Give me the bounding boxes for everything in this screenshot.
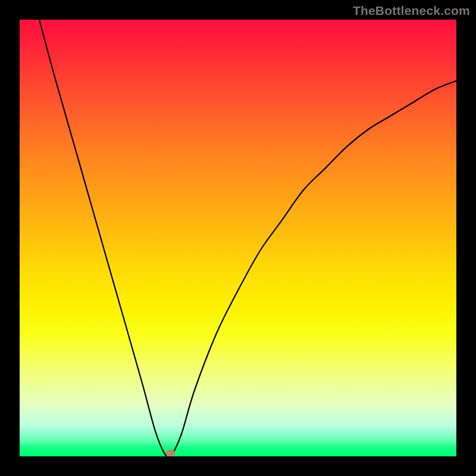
plot-area xyxy=(20,20,456,456)
chart-frame: TheBottleneck.com xyxy=(0,0,476,476)
bottleneck-curve xyxy=(20,20,456,456)
optimal-point-marker xyxy=(166,450,175,456)
watermark-text: TheBottleneck.com xyxy=(353,4,470,18)
